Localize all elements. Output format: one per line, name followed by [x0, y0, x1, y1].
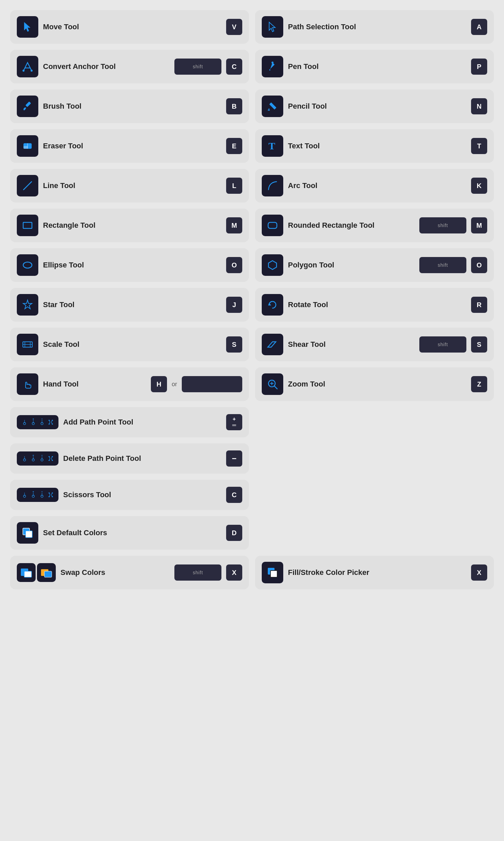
- tool-card-line: Line Tool L: [10, 169, 249, 203]
- ellipse-icon: [17, 254, 38, 276]
- tool-card-swap-colors: Swap Colors shift X: [10, 556, 249, 589]
- pen-name: Pen Tool: [288, 62, 466, 71]
- convert-anchor-name: Convert Anchor Tool: [43, 62, 170, 71]
- tool-card-zoom: Zoom Tool Z: [255, 367, 494, 401]
- rounded-rectangle-name: Rounded Rectangle Tool: [288, 221, 415, 230]
- brush-icon: [17, 96, 38, 117]
- swap-colors-icon-b: [37, 563, 56, 582]
- pencil-icon: [262, 96, 283, 117]
- convert-anchor-shift-badge: shift: [174, 58, 221, 75]
- brush-key-badge: B: [226, 98, 242, 114]
- tool-card-move: Move Tool V: [10, 10, 249, 44]
- svg-rect-75: [270, 570, 277, 577]
- path-selection-icon: [262, 16, 283, 38]
- star-name: Star Tool: [43, 301, 221, 309]
- polygon-name: Polygon Tool: [288, 261, 415, 270]
- tool-card-star: Star Tool J: [10, 288, 249, 322]
- fill-stroke-key-badge: X: [471, 565, 487, 581]
- tool-card-rotate: Rotate Tool R: [255, 288, 494, 322]
- svg-point-39: [52, 420, 53, 421]
- path-tools-icons: [17, 415, 58, 429]
- ellipse-key-badge: O: [226, 257, 242, 273]
- text-icon: T: [262, 135, 283, 157]
- rotate-icon: [262, 294, 283, 315]
- pen-key-badge: P: [471, 58, 487, 75]
- svg-marker-7: [268, 108, 270, 110]
- svg-rect-6: [269, 102, 276, 109]
- scale-key-badge: S: [226, 337, 242, 353]
- hand-key-badge: H: [151, 376, 167, 392]
- tool-card-rounded-rectangle: Rounded Rectangle Tool shift M: [255, 209, 494, 242]
- rounded-rectangle-icon: [262, 214, 283, 236]
- swap-colors-icon-a: [17, 563, 36, 582]
- path-tools-icons: [17, 488, 58, 502]
- svg-point-41: [52, 424, 53, 425]
- text-key-badge: T: [471, 138, 487, 154]
- zoom-key-badge: Z: [471, 376, 487, 392]
- svg-point-67: [52, 496, 53, 497]
- tool-card-eraser: Eraser Tool E: [10, 129, 249, 163]
- eraser-key-badge: E: [226, 138, 242, 154]
- move-key-badge: V: [226, 19, 242, 35]
- hand-icon: [17, 373, 38, 395]
- svg-rect-15: [268, 222, 277, 228]
- svg-point-64: [48, 493, 49, 494]
- shear-shift-badge: shift: [419, 337, 466, 353]
- svg-line-13: [23, 182, 32, 190]
- scissors-name: Scissors Tool: [63, 491, 221, 499]
- svg-marker-17: [268, 261, 276, 270]
- scissors-key-badge: C: [226, 487, 242, 503]
- swap-colors-icons: [17, 563, 56, 582]
- tool-card-path-selection: Path Selection Tool A: [255, 10, 494, 44]
- shear-key-badge: S: [471, 337, 487, 353]
- move-icon: [17, 16, 38, 38]
- fill-stroke-name: Fill/Stroke Color Picker: [288, 568, 466, 577]
- rectangle-name: Rectangle Tool: [43, 221, 221, 230]
- svg-rect-5: [25, 102, 31, 107]
- hand-spacebar-key: [182, 376, 242, 392]
- tool-card-set-default-colors: Set Default Colors D: [10, 516, 249, 550]
- swap-colors-key-badge: X: [226, 565, 242, 581]
- eraser-name: Eraser Tool: [43, 142, 221, 150]
- arc-name: Arc Tool: [288, 181, 466, 190]
- tool-card-shear: Shear Tool shift S: [255, 328, 494, 361]
- rotate-name: Rotate Tool: [288, 301, 466, 309]
- convert-anchor-key-badge: C: [226, 58, 242, 75]
- tool-card-arc: Arc Tool K: [255, 169, 494, 203]
- svg-line-26: [274, 386, 277, 389]
- star-key-badge: J: [226, 297, 242, 313]
- set-default-colors-icon: [17, 522, 38, 544]
- tool-card-ellipse: Ellipse Tool O: [10, 248, 249, 282]
- tool-card-hand: Hand Tool H or: [10, 367, 249, 401]
- line-name: Line Tool: [43, 181, 221, 190]
- shear-icon: [262, 334, 283, 355]
- add-path-point-key-badge: +═: [226, 414, 242, 430]
- svg-rect-14: [23, 222, 32, 228]
- pencil-name: Pencil Tool: [288, 102, 466, 111]
- add-path-point-name: Add Path Point Tool: [63, 418, 221, 427]
- svg-point-52: [52, 456, 53, 457]
- scale-icon: [17, 334, 38, 355]
- svg-point-53: [48, 460, 49, 461]
- zoom-icon: [262, 373, 283, 395]
- tool-card-add-path-point: Add Path Point Tool +═: [10, 407, 249, 437]
- path-selection-name: Path Selection Tool: [288, 22, 466, 31]
- path-selection-key-badge: A: [471, 19, 487, 35]
- tool-card-delete-path-point: Delete Path Point Tool −: [10, 443, 249, 474]
- pencil-key-badge: N: [471, 98, 487, 114]
- svg-marker-1: [269, 22, 275, 32]
- arc-icon: [262, 175, 283, 196]
- tool-card-pen: Pen Tool P: [255, 50, 494, 83]
- svg-point-2: [22, 70, 24, 72]
- line-key-badge: L: [226, 178, 242, 194]
- move-name: Move Tool: [43, 22, 221, 31]
- hand-name: Hand Tool: [43, 380, 146, 389]
- set-default-colors-key-badge: D: [226, 525, 242, 541]
- svg-point-54: [52, 460, 53, 461]
- swap-colors-shift-badge: shift: [174, 565, 221, 581]
- polygon-icon: [262, 254, 283, 276]
- rectangle-icon: [17, 214, 38, 236]
- tool-card-pencil: Pencil Tool N: [255, 89, 494, 123]
- fill-stroke-icon: [262, 562, 283, 583]
- polygon-key-badge: O: [471, 257, 487, 273]
